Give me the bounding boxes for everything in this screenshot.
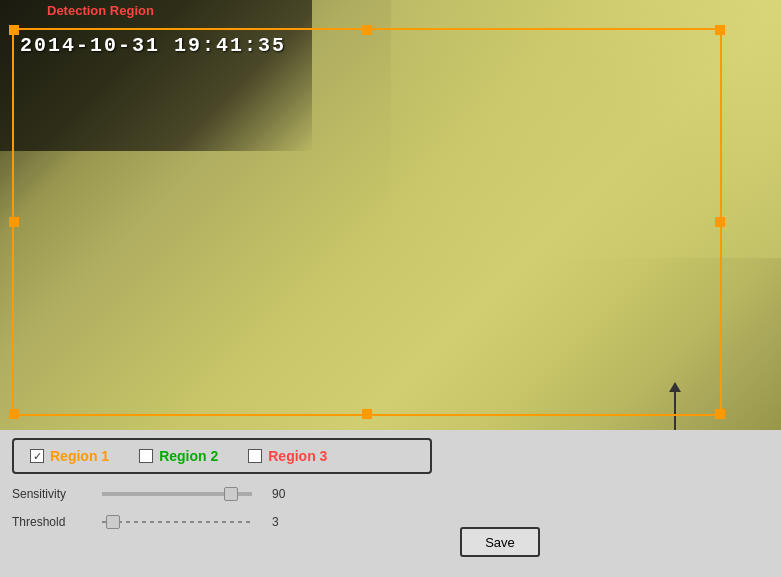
threshold-row: Threshold 3 Save bbox=[12, 512, 769, 532]
region-2-item[interactable]: Region 2 bbox=[139, 448, 218, 464]
camera-feed bbox=[0, 0, 781, 430]
region-3-item[interactable]: Region 3 bbox=[248, 448, 327, 464]
region-3-checkbox[interactable] bbox=[248, 449, 262, 463]
detection-region-title: Detection Region bbox=[47, 3, 154, 18]
controls-panel: ✓ Region 1 Region 2 Region 3 Sensitivity… bbox=[0, 430, 781, 577]
threshold-slider[interactable] bbox=[102, 521, 252, 523]
sensitivity-value: 90 bbox=[272, 487, 302, 501]
sensitivity-slider-container bbox=[102, 484, 262, 504]
region-1-label: Region 1 bbox=[50, 448, 109, 464]
region-selector: ✓ Region 1 Region 2 Region 3 bbox=[12, 438, 432, 474]
region-1-checkbox[interactable]: ✓ bbox=[30, 449, 44, 463]
threshold-slider-container bbox=[102, 512, 262, 532]
camera-feed-area bbox=[0, 0, 781, 430]
region-1-item[interactable]: ✓ Region 1 bbox=[30, 448, 109, 464]
region-2-checkbox[interactable] bbox=[139, 449, 153, 463]
main-container: Detection Region 2014-10-31 19:41:35 Adj… bbox=[0, 0, 781, 577]
region-3-label: Region 3 bbox=[268, 448, 327, 464]
sensitivity-label: Sensitivity bbox=[12, 487, 92, 501]
save-button[interactable]: Save bbox=[460, 527, 540, 557]
region-2-label: Region 2 bbox=[159, 448, 218, 464]
threshold-value: 3 bbox=[272, 515, 302, 529]
timestamp: 2014-10-31 19:41:35 bbox=[20, 34, 286, 57]
sensitivity-row: Sensitivity 90 bbox=[12, 484, 769, 504]
sensitivity-slider[interactable] bbox=[102, 492, 252, 496]
threshold-label: Threshold bbox=[12, 515, 92, 529]
